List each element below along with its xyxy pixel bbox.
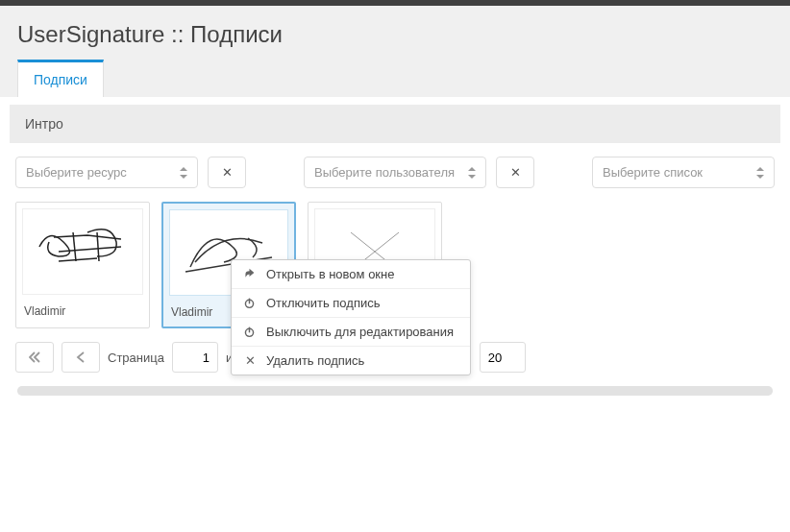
first-page-button[interactable] (15, 342, 54, 373)
power-icon (243, 297, 257, 309)
page-label: Страница (108, 351, 164, 365)
scrollbar-thumb[interactable] (17, 386, 773, 396)
per-page-input[interactable] (480, 342, 526, 373)
share-icon (243, 268, 257, 280)
context-menu: Открыть в новом окне Отключить подпись В… (231, 259, 471, 375)
sort-icon (756, 167, 764, 179)
clear-resource-button[interactable]: ✕ (208, 157, 246, 188)
panel-heading: Интро (10, 105, 780, 143)
user-select-placeholder: Выберите пользователя (314, 165, 455, 180)
clear-user-button[interactable]: ✕ (496, 157, 534, 188)
list-select[interactable]: Выберите список (592, 157, 775, 188)
context-menu-disable[interactable]: Отключить подпись (232, 289, 470, 318)
resource-select-placeholder: Выберите ресурс (26, 165, 127, 180)
prev-page-button[interactable] (62, 342, 100, 373)
context-menu-label: Удалить подпись (266, 353, 364, 368)
close-icon: ✕ (243, 353, 257, 368)
context-menu-label: Отключить подпись (266, 296, 380, 310)
user-select[interactable]: Выберите пользователя (304, 157, 486, 188)
context-menu-delete[interactable]: ✕ Удалить подпись (232, 347, 470, 375)
context-menu-label: Открыть в новом окне (266, 267, 394, 281)
signature-card-label: Vladimir (16, 301, 149, 326)
close-icon: ✕ (510, 165, 521, 180)
tab-signatures[interactable]: Подписи (17, 60, 104, 97)
horizontal-scrollbar[interactable] (17, 386, 773, 396)
sort-icon (180, 167, 187, 179)
sort-icon (468, 167, 476, 179)
context-menu-lock[interactable]: Выключить для редактирования (232, 318, 470, 347)
power-icon (243, 326, 257, 338)
page-input[interactable] (172, 342, 218, 373)
page-title: UserSignature :: Подписи (17, 15, 773, 60)
context-menu-open[interactable]: Открыть в новом окне (232, 260, 470, 289)
resource-select[interactable]: Выберите ресурс (15, 157, 198, 188)
signature-card[interactable]: Vladimir (15, 202, 150, 328)
tabs: Подписи (17, 60, 773, 97)
context-menu-label: Выключить для редактирования (266, 325, 454, 339)
signature-thumbnail (22, 208, 143, 295)
list-select-placeholder: Выберите список (603, 165, 703, 180)
close-icon: ✕ (222, 165, 233, 180)
